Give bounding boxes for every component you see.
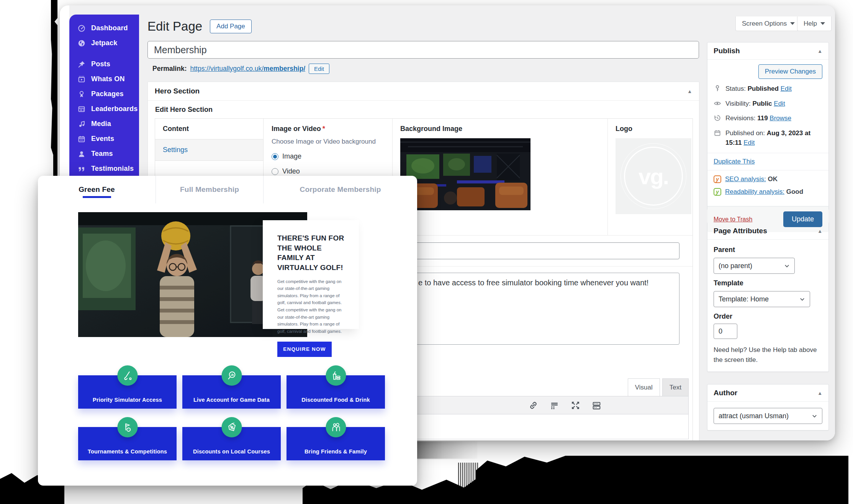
parent-select-value: (no parent) xyxy=(719,262,752,270)
screen-options-tab[interactable]: Screen Options xyxy=(735,16,801,31)
benefit-label: Bring Friends & Family xyxy=(305,448,367,455)
sidebar-item-label: Teams xyxy=(91,150,113,158)
enquire-now-button[interactable]: ENQUIRE NOW xyxy=(277,342,332,357)
leaderboard-icon xyxy=(77,105,86,113)
update-button[interactable]: Update xyxy=(783,211,822,227)
readability-analysis-link[interactable]: Readability analysis: xyxy=(725,188,784,195)
permalink-edit-button[interactable]: Edit xyxy=(309,64,329,74)
tab-visual[interactable]: Visual xyxy=(628,378,660,396)
sidebar-item-media[interactable]: Media xyxy=(69,116,139,131)
benefit-label: Tournaments & Competitions xyxy=(88,448,167,455)
sidebar-item-label: Posts xyxy=(91,60,110,68)
publish-header[interactable]: Publish ▲ xyxy=(707,43,828,60)
order-input[interactable] xyxy=(714,324,737,339)
logo-label: Logo xyxy=(616,125,691,133)
fullscreen-icon[interactable] xyxy=(571,401,580,410)
collapse-arrow-icon[interactable]: ▲ xyxy=(687,88,692,94)
edit-link[interactable]: Edit xyxy=(743,139,755,146)
benefit-live-account[interactable]: Live Account for Game Data xyxy=(182,365,281,409)
family-icon xyxy=(326,417,346,437)
award-icon xyxy=(77,90,86,98)
preview-changes-button[interactable]: Preview Changes xyxy=(758,64,822,79)
sidebar-item-label: Events xyxy=(91,135,114,143)
divider xyxy=(707,170,828,170)
pin-icon xyxy=(714,85,721,92)
revisions-icon xyxy=(714,114,721,122)
permalink-row: Permalink: https://virtuallygolf.co.uk/m… xyxy=(152,64,329,74)
page-title-input[interactable] xyxy=(147,41,699,59)
hero-section-header[interactable]: Hero Section ▲ xyxy=(148,82,699,101)
edit-link[interactable]: Edit xyxy=(781,85,792,92)
parent-select[interactable]: (no parent) xyxy=(714,258,795,274)
quotes-icon xyxy=(77,165,86,173)
seo-analysis-link[interactable]: SEO analysis: xyxy=(725,175,766,183)
collapse-arrow-icon[interactable]: ▲ xyxy=(817,390,822,396)
field-label: Image or Video* xyxy=(272,125,385,133)
benefit-local-courses[interactable]: Discounts on Local Courses xyxy=(182,417,281,460)
sidebar-item-leaderboards[interactable]: Leaderboards xyxy=(69,101,139,116)
page-attributes-title: Page Attributes xyxy=(714,227,767,235)
sidebar-item-jetpack[interactable]: Jetpack xyxy=(69,36,139,51)
radio-selected-icon[interactable] xyxy=(272,153,278,160)
sidebar-item-dashboard[interactable]: Dashboard xyxy=(69,21,139,36)
radio-option-image[interactable]: Image xyxy=(272,152,385,160)
radio-label: Image xyxy=(282,152,301,160)
screen-options-label: Screen Options xyxy=(742,20,787,28)
chevron-down-icon xyxy=(790,22,795,25)
tab-label: Full Membership xyxy=(180,185,239,194)
game-data-icon xyxy=(221,365,242,386)
row-value: Public xyxy=(753,100,772,107)
sidebar-item-packages[interactable]: Packages xyxy=(69,87,139,101)
food-drink-icon xyxy=(326,365,346,386)
help-tab[interactable]: Help xyxy=(797,16,832,31)
author-header[interactable]: Author ▲ xyxy=(707,385,828,402)
link-icon[interactable] xyxy=(529,401,538,410)
sidebar-item-teams[interactable]: Teams xyxy=(69,146,139,161)
permalink-url: https://virtuallygolf.co.uk/ xyxy=(190,65,264,72)
publish-title: Publish xyxy=(714,47,740,55)
video-icon xyxy=(77,75,86,83)
radio-unselected-icon[interactable] xyxy=(272,168,278,175)
golf-flag-icon xyxy=(117,417,138,437)
edit-link[interactable]: Edit xyxy=(774,100,785,107)
benefit-label: Discounted Food & Drink xyxy=(301,397,370,403)
field-help-text: Choose Image or Video background xyxy=(272,138,385,146)
readability-analysis-row: y Readability analysis: Good xyxy=(714,188,822,196)
page-title: Edit Page xyxy=(147,19,202,34)
logo-thumbnail[interactable]: vg. xyxy=(616,138,691,214)
edit-hero-section-label: Edit Hero Section xyxy=(155,106,213,114)
tab-label: Corporate Membership xyxy=(300,185,381,194)
row-label: Status: xyxy=(725,85,746,92)
more-tag-icon[interactable] xyxy=(550,401,559,410)
benefit-friends-family[interactable]: Bring Friends & Family xyxy=(287,417,385,460)
sidebar-item-events[interactable]: Events xyxy=(69,131,139,146)
sidebar-item-testimonials[interactable]: Testimonials xyxy=(69,161,139,176)
sidebar-item-whats-on[interactable]: Whats ON xyxy=(69,72,139,87)
acf-settings-tab[interactable]: Settings xyxy=(155,139,263,161)
benefit-tournaments[interactable]: Tournaments & Competitions xyxy=(78,417,177,460)
collapse-arrow-icon[interactable]: ▲ xyxy=(817,48,822,54)
sidebar-item-posts[interactable]: Posts xyxy=(69,57,139,72)
radio-option-video[interactable]: Video xyxy=(272,167,385,175)
benefit-discounted-food-drink[interactable]: Discounted Food & Drink xyxy=(287,365,385,409)
background-image-thumbnail[interactable] xyxy=(400,138,530,210)
template-select[interactable]: Template: Home xyxy=(714,291,810,307)
add-page-button[interactable]: Add Page xyxy=(210,20,252,33)
collapse-arrow-icon[interactable]: ▲ xyxy=(817,228,822,234)
published-on-row: Published on: Aug 3, 2023 at 15:11 Edit xyxy=(714,129,822,147)
browse-link[interactable]: Browse xyxy=(770,115,791,122)
tab-full-membership[interactable]: Full Membership xyxy=(156,176,263,203)
toolbar-toggle-icon[interactable] xyxy=(592,401,601,410)
duplicate-this-link[interactable]: Duplicate This xyxy=(714,158,755,165)
analysis-value: OK xyxy=(768,175,778,183)
visibility-row: Visibility: Public Edit xyxy=(714,99,822,109)
benefit-priority-simulator-access[interactable]: Priority Simulator Access xyxy=(78,365,177,409)
permalink-link[interactable]: https://virtuallygolf.co.uk/membership/ xyxy=(190,65,305,73)
tab-green-fee[interactable]: Green Fee xyxy=(38,176,156,203)
chevron-down-icon xyxy=(784,263,790,269)
tab-corporate-membership[interactable]: Corporate Membership xyxy=(263,176,417,203)
author-select[interactable]: attract (usman Usman) xyxy=(714,408,822,424)
move-to-trash-link[interactable]: Move to Trash xyxy=(714,216,752,223)
tab-text[interactable]: Text xyxy=(662,378,689,396)
field-logo: Logo vg. xyxy=(608,119,699,235)
